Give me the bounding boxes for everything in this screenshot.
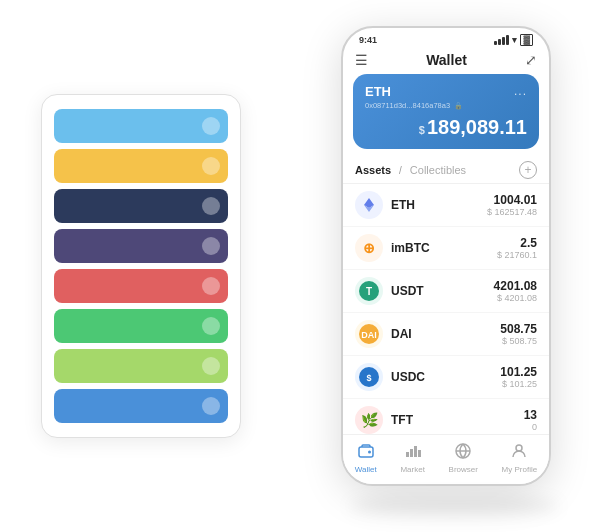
svg-text:T: T xyxy=(366,286,372,297)
nav-profile-label: My Profile xyxy=(502,465,538,474)
tft-usd: 0 xyxy=(524,422,537,432)
asset-symbol-imbtc: imBTC xyxy=(391,241,497,255)
asset-values-eth: 1004.01 $ 162517.48 xyxy=(487,193,537,217)
svg-rect-12 xyxy=(414,446,417,457)
asset-values-usdc: 101.25 $ 101.25 xyxy=(500,365,537,389)
svg-point-15 xyxy=(516,445,522,451)
status-icons: ▾ ▓ xyxy=(494,34,533,46)
bottom-nav: Wallet Market Browser My Profile xyxy=(343,434,549,484)
usdc-icon: $ xyxy=(355,363,383,391)
card-dot-3 xyxy=(202,237,220,255)
eth-card-address: 0x08711d3d...8416a78a3 🔒 xyxy=(365,101,527,110)
nav-market[interactable]: Market xyxy=(400,443,424,474)
list-item[interactable]: 🌿 TFT 13 0 xyxy=(343,399,549,434)
phone-shadow xyxy=(349,496,559,516)
tab-assets[interactable]: Assets xyxy=(355,164,391,176)
tft-icon: 🌿 xyxy=(355,406,383,434)
market-nav-icon xyxy=(405,443,421,463)
battery-icon: ▓ xyxy=(520,34,533,46)
usdt-usd: $ 4201.08 xyxy=(494,293,537,303)
svg-rect-13 xyxy=(418,450,421,457)
tft-amount: 13 xyxy=(524,408,537,422)
list-item[interactable]: ⊕ imBTC 2.5 $ 21760.1 xyxy=(343,227,549,270)
list-item[interactable]: T USDT 4201.08 $ 4201.08 xyxy=(343,270,549,313)
list-item[interactable]: DAI DAI 508.75 $ 508.75 xyxy=(343,313,549,356)
expand-icon[interactable]: ⤢ xyxy=(525,52,537,68)
tab-separator: / xyxy=(399,165,402,176)
asset-values-tft: 13 0 xyxy=(524,408,537,432)
imbtc-icon: ⊕ xyxy=(355,234,383,262)
stack-card-6[interactable] xyxy=(54,349,228,383)
status-bar: 9:41 ▾ ▓ xyxy=(343,28,549,50)
wifi-icon: ▾ xyxy=(512,35,517,45)
eth-usd: $ 162517.48 xyxy=(487,207,537,217)
asset-symbol-tft: TFT xyxy=(391,413,524,427)
eth-balance-card[interactable]: ETH ... 0x08711d3d...8416a78a3 🔒 $189,08… xyxy=(353,74,539,149)
card-dot-0 xyxy=(202,117,220,135)
dai-usd: $ 508.75 xyxy=(500,336,537,346)
stack-card-3[interactable] xyxy=(54,229,228,263)
phone-frame: 9:41 ▾ ▓ ☰ Wallet ⤢ ETH ... xyxy=(341,26,551,486)
wallet-nav-icon xyxy=(358,443,374,463)
asset-symbol-usdt: USDT xyxy=(391,284,494,298)
stack-card-4[interactable] xyxy=(54,269,228,303)
usdt-amount: 4201.08 xyxy=(494,279,537,293)
eth-balance: $189,089.11 xyxy=(365,116,527,139)
eth-amount: 1004.01 xyxy=(487,193,537,207)
stack-card-0[interactable] xyxy=(54,109,228,143)
usdc-amount: 101.25 xyxy=(500,365,537,379)
dai-amount: 508.75 xyxy=(500,322,537,336)
card-dot-2 xyxy=(202,197,220,215)
svg-rect-11 xyxy=(410,449,413,457)
asset-symbol-usdc: USDC xyxy=(391,370,500,384)
card-dot-5 xyxy=(202,317,220,335)
browser-nav-icon xyxy=(455,443,471,463)
eth-icon xyxy=(355,191,383,219)
stack-card-2[interactable] xyxy=(54,189,228,223)
status-time: 9:41 xyxy=(359,35,377,45)
app-header: ☰ Wallet ⤢ xyxy=(343,50,549,74)
menu-icon[interactable]: ☰ xyxy=(355,52,368,68)
asset-symbol-dai: DAI xyxy=(391,327,500,341)
stack-card-1[interactable] xyxy=(54,149,228,183)
card-dot-6 xyxy=(202,357,220,375)
assets-header: Assets / Collectibles + xyxy=(343,157,549,184)
currency-symbol: $ xyxy=(419,124,425,136)
nav-wallet-label: Wallet xyxy=(355,465,377,474)
stack-card-5[interactable] xyxy=(54,309,228,343)
add-asset-button[interactable]: + xyxy=(519,161,537,179)
usdt-icon: T xyxy=(355,277,383,305)
asset-values-imbtc: 2.5 $ 21760.1 xyxy=(497,236,537,260)
nav-profile[interactable]: My Profile xyxy=(502,443,538,474)
signal-icon xyxy=(494,35,509,45)
nav-browser[interactable]: Browser xyxy=(449,443,478,474)
svg-rect-10 xyxy=(406,452,409,457)
nav-browser-label: Browser xyxy=(449,465,478,474)
stack-card-7[interactable] xyxy=(54,389,228,423)
eth-card-more[interactable]: ... xyxy=(514,84,527,98)
svg-text:$: $ xyxy=(366,373,371,383)
asset-symbol-eth: ETH xyxy=(391,198,487,212)
svg-text:DAI: DAI xyxy=(361,330,377,340)
card-dot-1 xyxy=(202,157,220,175)
usdc-usd: $ 101.25 xyxy=(500,379,537,389)
imbtc-usd: $ 21760.1 xyxy=(497,250,537,260)
dai-icon: DAI xyxy=(355,320,383,348)
eth-card-title: ETH xyxy=(365,84,391,99)
card-dot-7 xyxy=(202,397,220,415)
assets-tabs: Assets / Collectibles xyxy=(355,164,466,176)
card-dot-4 xyxy=(202,277,220,295)
nav-wallet[interactable]: Wallet xyxy=(355,443,377,474)
asset-values-usdt: 4201.08 $ 4201.08 xyxy=(494,279,537,303)
asset-values-dai: 508.75 $ 508.75 xyxy=(500,322,537,346)
asset-list: ETH 1004.01 $ 162517.48 ⊕ imBTC 2.5 $ 21… xyxy=(343,184,549,434)
card-stack xyxy=(41,94,241,438)
svg-point-9 xyxy=(368,451,371,454)
list-item[interactable]: $ USDC 101.25 $ 101.25 xyxy=(343,356,549,399)
page-title: Wallet xyxy=(426,52,467,68)
list-item[interactable]: ETH 1004.01 $ 162517.48 xyxy=(343,184,549,227)
eth-card-header: ETH ... xyxy=(365,84,527,99)
imbtc-amount: 2.5 xyxy=(497,236,537,250)
nav-market-label: Market xyxy=(400,465,424,474)
tab-collectibles[interactable]: Collectibles xyxy=(410,164,466,176)
